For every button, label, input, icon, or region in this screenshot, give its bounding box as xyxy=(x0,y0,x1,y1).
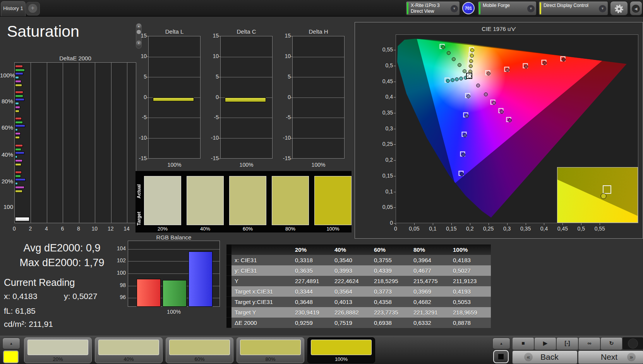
dE-bar-20%-blue xyxy=(15,178,26,181)
row-handle[interactable] xyxy=(226,286,231,297)
cie-measured-point-green xyxy=(452,57,456,61)
play-measure-button[interactable]: ▶ xyxy=(534,337,556,350)
gridline xyxy=(293,57,344,57)
row-handle[interactable] xyxy=(226,297,231,307)
continuous-measure-button[interactable]: ∞ xyxy=(578,337,600,350)
cie-measured-point-magenta xyxy=(476,84,480,87)
tick-mark xyxy=(394,144,396,145)
row-handle[interactable] xyxy=(226,255,231,265)
y-axis-tick-label: 40% xyxy=(0,151,13,158)
table-cell-value: 230,9419 xyxy=(293,307,332,318)
table-row[interactable]: Target x:CIE310,33440,35640,37730,39690,… xyxy=(226,286,491,297)
source-dropdown[interactable]: Mobile Forge ▼ xyxy=(478,1,537,15)
meter-dropdown[interactable]: X-Rite i1Pro 3 Direct View ▼ xyxy=(406,1,460,15)
dE-bar-40%-magenta xyxy=(15,159,22,162)
pattern-button-label: 100% xyxy=(308,356,375,362)
pattern-button-80%[interactable]: 80% xyxy=(237,337,304,363)
pattern-scroll-up-button[interactable]: ▲ xyxy=(2,338,20,349)
chevron-down-icon[interactable]: ▼ xyxy=(451,5,458,12)
column-header xyxy=(231,244,293,255)
y-axis-tick-label: 5 xyxy=(136,73,147,80)
row-handle xyxy=(226,244,231,255)
pattern-swatch xyxy=(240,340,301,355)
cie-zoom-inset xyxy=(557,167,638,223)
tick-mark xyxy=(147,77,148,77)
settings-button[interactable] xyxy=(610,1,628,15)
table-row[interactable]: Target Y230,9419226,8882223,7735221,3291… xyxy=(226,307,491,318)
x-axis-tick-label: 2 xyxy=(26,226,35,232)
tick-mark xyxy=(291,138,292,138)
row-label: Target Y xyxy=(231,307,293,318)
y-axis-tick-label: 102 xyxy=(114,257,126,263)
row-handle[interactable] xyxy=(226,276,231,286)
dE-bar-40%-blue xyxy=(15,152,24,154)
table-row[interactable]: Y227,4891222,4624218,5295215,4775211,912… xyxy=(226,276,491,286)
dE-bar-80%-magenta xyxy=(15,106,20,109)
back-button[interactable]: « Back xyxy=(512,350,578,364)
rgb-bar-green xyxy=(163,280,187,307)
chevron-down-icon[interactable]: ▼ xyxy=(599,5,606,12)
top-bar-controls: X-Rite i1Pro 3 Direct View ▼ 701 Mobile … xyxy=(406,1,642,15)
table-cell-value: 0,3344 xyxy=(293,286,332,297)
single-measure-button[interactable]: [-] xyxy=(556,337,578,350)
stop-pattern-button[interactable] xyxy=(493,350,509,363)
add-tab-button[interactable]: + xyxy=(26,2,40,15)
x-axis-tick-label: 0 xyxy=(10,226,19,232)
row-label: y: CIE31 xyxy=(231,265,293,276)
tick-mark xyxy=(394,50,396,50)
pattern-button-40%[interactable]: 40% xyxy=(95,337,163,363)
y-axis-tick-label: 0 xyxy=(136,94,147,100)
delta-value-bar xyxy=(225,97,266,102)
collapse-panel-button[interactable]: ◀ xyxy=(630,1,642,15)
x-axis-tick-label: 0 xyxy=(389,226,402,232)
display-control-dropdown[interactable]: Direct Display Control ▼ xyxy=(538,1,608,15)
loop-measure-button[interactable]: ↻ xyxy=(600,337,622,350)
pattern-button-100%[interactable]: 100% xyxy=(307,337,375,363)
cie-measured-point-red xyxy=(543,61,547,65)
tick-mark xyxy=(489,223,489,225)
table-row[interactable]: y: CIE310,36350,39930,43390,46770,5027 xyxy=(226,265,491,276)
y-axis-tick-label: 100 xyxy=(114,270,126,276)
next-button[interactable]: Next » xyxy=(578,350,643,364)
tick-mark xyxy=(394,176,396,176)
chevron-down-icon[interactable]: ▼ xyxy=(527,5,535,12)
cie-measured-point-red xyxy=(506,68,509,72)
dE-bar-40%-cyan xyxy=(15,156,17,158)
transport-scroll-up-button[interactable]: ▲ xyxy=(492,338,510,349)
tick-mark xyxy=(219,118,220,118)
tick-mark xyxy=(147,97,148,98)
cie-measured-point-yellow xyxy=(470,48,474,52)
table-cell-value: 0,5053 xyxy=(451,297,490,307)
tick-mark xyxy=(147,159,148,159)
cie-measured-point-blue xyxy=(460,172,464,176)
y-axis-tick-label: -10 xyxy=(280,135,291,141)
dE-bar-100%-cyan xyxy=(15,76,19,79)
history-tab[interactable]: History 1 xyxy=(1,1,26,16)
y-axis-tick-label: 0,35 xyxy=(375,109,393,116)
swatch-label: 40% xyxy=(187,226,224,232)
row-handle[interactable] xyxy=(226,307,231,318)
table-row[interactable]: x: CIE310,33180,35400,37550,39640,4183 xyxy=(226,255,491,265)
table-row[interactable]: ΔE 20000,92590,75190,69380,63320,8878 xyxy=(226,318,491,328)
x-axis-tick-label: 0,5 xyxy=(575,226,587,232)
row-handle[interactable] xyxy=(226,265,231,276)
table-row[interactable]: Target y:CIE310,36480,40130,43580,46820,… xyxy=(226,297,491,307)
y-axis-tick-label: 0,3 xyxy=(375,125,393,132)
dE-bar-60%-green xyxy=(15,121,23,124)
tick-mark xyxy=(394,192,396,192)
stop-measure-button[interactable]: ■ xyxy=(512,337,534,350)
pattern-button-20%[interactable]: 20% xyxy=(24,337,92,363)
current-pattern-swatch[interactable] xyxy=(3,350,19,363)
scroll-down-icon[interactable]: ▼ xyxy=(136,41,141,46)
x-axis-tick-label: 0,35 xyxy=(520,226,532,232)
scroll-up-icon[interactable]: ▲ xyxy=(136,24,141,29)
rgb-balance-plot-area xyxy=(128,241,220,307)
swatch-20% xyxy=(144,176,181,225)
y-axis-tick-label: 80% xyxy=(0,98,13,104)
current-reading-cdm2: cd/m²: 211,91 xyxy=(4,320,53,329)
row-handle[interactable] xyxy=(226,318,231,328)
pattern-button-60%[interactable]: 60% xyxy=(166,337,233,363)
dE-bar-100%-blue xyxy=(15,72,23,75)
tick-mark xyxy=(470,223,470,225)
y-axis-tick-label: -15 xyxy=(136,155,147,161)
